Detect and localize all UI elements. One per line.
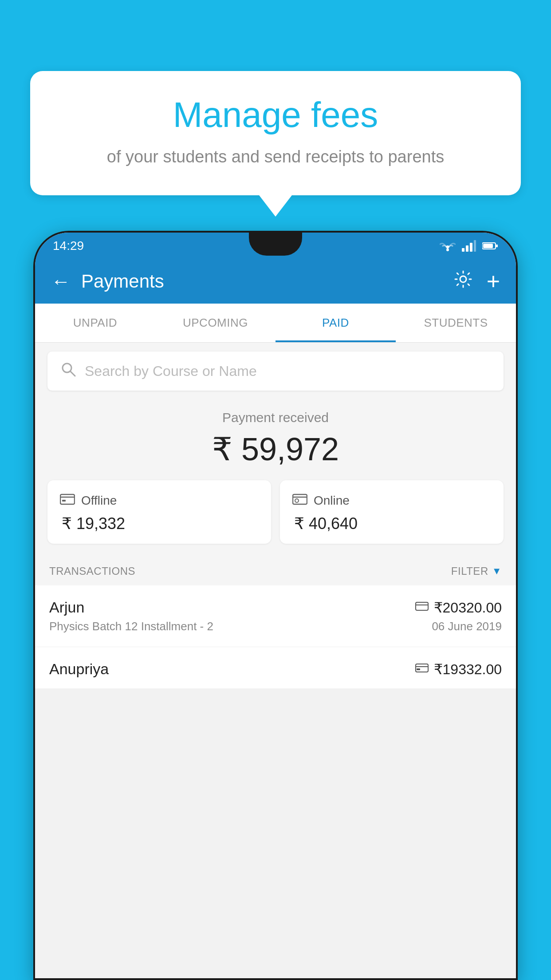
transaction-course-arjun: Physics Batch 12 Installment - 2 [49,620,213,633]
search-container: Search by Course or Name [35,343,516,399]
svg-rect-11 [60,494,75,504]
transaction-bottom-arjun: Physics Batch 12 Installment - 2 06 June… [49,620,502,633]
online-amount: ₹ 40,640 [292,514,491,533]
header-title: Payments [81,271,164,292]
transaction-name-anupriya: Anupriya [49,660,109,678]
transactions-header: TRANSACTIONS FILTER ▼ [35,556,516,585]
transaction-name-arjun: Arjun [49,599,84,616]
svg-line-10 [71,371,75,376]
offline-label: Offline [81,494,117,508]
battery-icon [482,241,498,250]
svg-point-8 [460,276,466,282]
amount-wrap-arjun: ₹20320.00 [415,599,502,616]
payment-total-amount: ₹ 59,972 [35,431,516,468]
status-icons [440,240,498,252]
online-card: Online ₹ 40,640 [280,480,504,544]
amount-wrap-anupriya: ₹19332.00 [415,661,502,678]
transaction-top-anupriya: Anupriya ₹19332.00 [49,660,502,678]
status-bar: 14:29 [35,233,516,259]
header-right: + [454,270,500,293]
bubble-subtitle: of your students and send receipts to pa… [57,145,494,169]
tabs: UNPAID UPCOMING PAID STUDENTS [35,304,516,343]
svg-rect-17 [417,668,420,670]
transaction-row-arjun[interactable]: Arjun ₹20320.00 Physics Batch 12 Install… [35,585,516,647]
transaction-row-anupriya[interactable]: Anupriya ₹19332.00 [35,647,516,688]
tab-students[interactable]: STUDENTS [396,304,516,342]
svg-rect-1 [462,248,464,252]
svg-point-14 [295,499,299,502]
phone-inner: 14:29 [35,233,516,978]
svg-point-0 [446,249,449,251]
phone-frame: 14:29 [33,231,518,980]
svg-rect-4 [474,240,476,252]
offline-card-header: Offline [60,493,259,508]
signal-icon [462,240,476,252]
transaction-date-arjun: 06 June 2019 [432,620,502,633]
payment-summary: Payment received ₹ 59,972 [35,399,516,480]
wifi-icon [440,240,456,252]
offline-card: Offline ₹ 19,332 [47,480,271,544]
tab-paid[interactable]: PAID [276,304,396,342]
transaction-amount-anupriya: ₹19332.00 [434,661,502,678]
offline-icon-anupriya [415,662,429,676]
online-card-header: Online [292,493,491,508]
svg-rect-15 [416,602,428,610]
transaction-top: Arjun ₹20320.00 [49,599,502,616]
speech-bubble: Manage fees of your students and send re… [30,71,521,195]
online-payment-icon [292,493,307,508]
back-button[interactable]: ← [51,272,71,291]
online-label: Online [314,494,350,508]
search-input[interactable]: Search by Course or Name [85,363,257,379]
svg-rect-16 [416,664,428,672]
payment-received-label: Payment received [35,410,516,425]
svg-rect-12 [62,500,66,502]
search-icon [61,362,76,381]
bubble-title: Manage fees [57,95,494,134]
search-bar[interactable]: Search by Course or Name [47,352,504,391]
offline-payment-icon [60,493,75,508]
offline-amount: ₹ 19,332 [60,514,259,533]
svg-rect-6 [483,244,493,248]
tab-unpaid[interactable]: UNPAID [35,304,155,342]
svg-rect-3 [470,243,472,252]
transactions-label: TRANSACTIONS [49,565,135,577]
payment-cards: Offline ₹ 19,332 Online ₹ 40,640 [35,480,516,556]
status-time: 14:29 [53,239,84,253]
svg-rect-2 [466,245,468,252]
svg-rect-7 [496,245,498,247]
svg-rect-13 [293,494,307,504]
header-left: ← Payments [51,271,164,292]
tab-upcoming[interactable]: UPCOMING [155,304,276,342]
add-button[interactable]: + [487,270,500,293]
settings-icon[interactable] [454,270,472,293]
app-header: ← Payments + [35,259,516,304]
notch [249,233,302,256]
filter-icon: ▼ [492,565,502,577]
filter-button[interactable]: FILTER ▼ [451,565,502,577]
transaction-amount-arjun: ₹20320.00 [434,599,502,616]
online-icon-arjun [415,601,429,614]
